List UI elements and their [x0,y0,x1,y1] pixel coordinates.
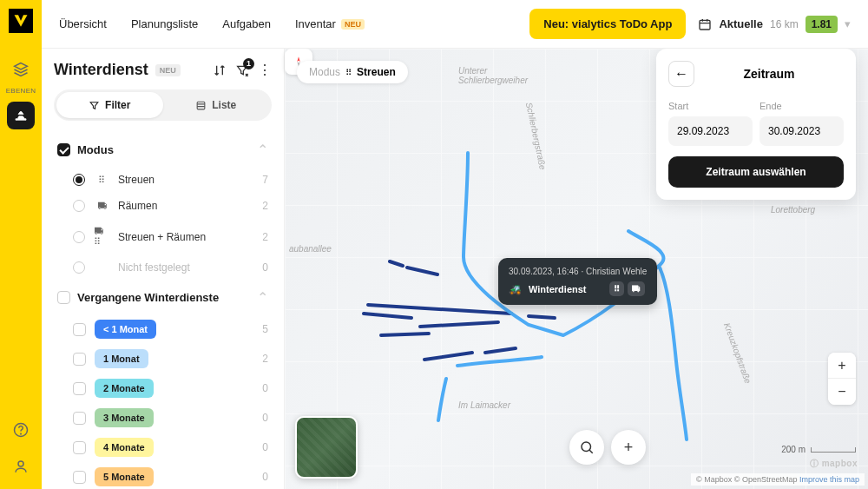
streuen-raeumen-icon: ⛟⠿ [94,226,109,248]
month-pill: 5 Monate [95,467,154,486]
checkbox[interactable] [73,353,86,366]
checkbox[interactable] [73,382,86,395]
start-input[interactable] [668,116,753,146]
checkbox[interactable] [73,441,86,454]
opt-count: 2 [262,231,268,243]
opt-count: 5 [262,323,268,335]
nav-aufgaben[interactable]: Aufgaben [222,17,271,30]
month-row-0[interactable]: < 1 Monat5 [54,314,272,344]
radio[interactable] [73,174,85,186]
group-modus-title: Modus [77,143,114,156]
tooltip-meta: 30.09.2023, 16:46 · Christian Wehle [509,267,647,276]
filter-reset-icon[interactable]: 1 [235,63,249,77]
opt-label: Streuen [118,174,155,186]
opt-count: 0 [262,412,268,424]
search-button[interactable] [569,430,604,465]
map-attribution: © Mapbox © OpenStreetMap Improve this ma… [691,473,865,486]
zoom-out-button[interactable]: − [828,379,856,405]
filter-tab[interactable]: Filter [56,92,163,118]
opt-streuen[interactable]: ⠿ Streuen 7 [54,167,272,193]
attrib-osm[interactable]: © OpenStreetMap [734,475,798,484]
checkbox[interactable] [73,323,86,336]
opt-label: Streuen + Räumen [118,231,206,243]
month-row-5[interactable]: 5 Monate0 [54,462,272,489]
opt-nicht-festgelegt[interactable]: Nicht festgelegt 0 [54,254,272,281]
svg-marker-0 [15,63,28,70]
sort-icon[interactable] [213,63,227,77]
attrib-improve[interactable]: Improve this map [799,475,859,484]
help-icon[interactable] [7,416,35,444]
scale-label: 200 m [781,445,806,454]
calendar-icon [698,17,712,31]
sidebar-title: Winterdienst [54,61,148,79]
date-panel: ← Zeitraum Start Ende Zeitraum auswählen [656,49,856,200]
date-selector[interactable]: Aktuelle 16 km 1.81 ▾ [698,16,851,33]
filter-count-badge: 1 [243,58,254,69]
checkbox[interactable] [73,412,86,425]
winterdienst-icon[interactable] [7,102,35,129]
checkbox[interactable] [73,471,86,484]
modus-chip-value: Streuen [357,66,396,78]
aktuelle-label: Aktuelle [719,17,763,30]
group-past-title: Vergangene Winterdienste [77,291,219,304]
nav-planungsliste[interactable]: Planungsliste [131,17,198,30]
checkbox-past[interactable] [57,291,70,304]
map-street-label: Im Laimacker [458,400,510,410]
layers-icon[interactable] [7,56,35,83]
logo[interactable] [9,9,33,33]
chevron-up-icon: ⌃ [257,289,268,306]
add-button[interactable]: + [611,430,646,465]
month-pill: 4 Monate [95,438,154,457]
month-row-1[interactable]: 1 Monat2 [54,344,272,373]
opt-count: 0 [262,441,268,453]
view-segment: Filter Liste [54,89,272,121]
raeumen-icon: ⛟ [94,201,109,211]
group-past[interactable]: Vergangene Winterdienste ⌃ [54,281,272,314]
ende-input[interactable] [760,116,844,146]
checkbox-modus[interactable] [57,143,70,156]
select-period-button[interactable]: Zeitraum auswählen [668,156,844,188]
opt-count: 2 [262,353,268,365]
account-icon[interactable] [7,453,35,480]
minimap[interactable] [295,416,358,479]
neu-pill: NEU [155,64,181,76]
winterdienst-icon: 🚜 [509,283,522,295]
raeumen-icon: ⛟ [628,281,645,296]
panel-title: Zeitraum [694,67,844,81]
chevron-up-icon: ⌃ [257,142,268,158]
list-icon [195,100,207,111]
radio[interactable] [73,261,85,274]
attrib-mapbox[interactable]: © Mapbox [696,475,732,484]
month-pill: 2 Monate [95,379,154,398]
radio[interactable] [73,231,85,243]
nav-uebersicht[interactable]: Übersicht [59,17,107,30]
svg-rect-4 [700,20,710,30]
modus-chip[interactable]: Modus ⠿ Streuen [297,61,408,83]
liste-tab-label: Liste [212,99,236,111]
svg-point-6 [582,442,591,452]
opt-count: 0 [262,471,268,483]
map-fab-group: + [569,430,646,465]
opt-streuen-raeumen[interactable]: ⛟⠿ Streuen + Räumen 2 [54,219,272,254]
start-label: Start [668,101,753,111]
topbar: Übersicht Planungsliste Aufgaben Inventa… [42,0,868,49]
streuen-icon: ⠿ [609,281,624,296]
back-button[interactable]: ← [668,61,694,87]
map-street-label: UntererSchlierbergweiher [458,66,528,85]
ende-label: Ende [760,101,844,111]
month-row-3[interactable]: 3 Monate0 [54,403,272,433]
month-row-4[interactable]: 4 Monate0 [54,433,272,462]
scale-indicator: 200 m [781,445,856,454]
opt-raeumen[interactable]: ⛟ Räumen 2 [54,193,272,219]
map-canvas[interactable]: UntererSchlierbergweiher Schlierbergstra… [285,49,868,489]
zoom-in-button[interactable]: + [828,353,856,379]
radio[interactable] [73,200,85,212]
liste-tab[interactable]: Liste [163,92,270,118]
month-pill: < 1 Monat [95,320,156,339]
month-row-2[interactable]: 2 Monate0 [54,373,272,403]
group-modus[interactable]: Modus ⌃ [54,133,272,167]
opt-label: Räumen [118,200,157,212]
more-icon[interactable]: ⋮ [258,62,272,78]
todo-app-button[interactable]: Neu: vialytics ToDo App [529,9,686,39]
nav-inventar[interactable]: Inventar NEU [295,17,365,30]
